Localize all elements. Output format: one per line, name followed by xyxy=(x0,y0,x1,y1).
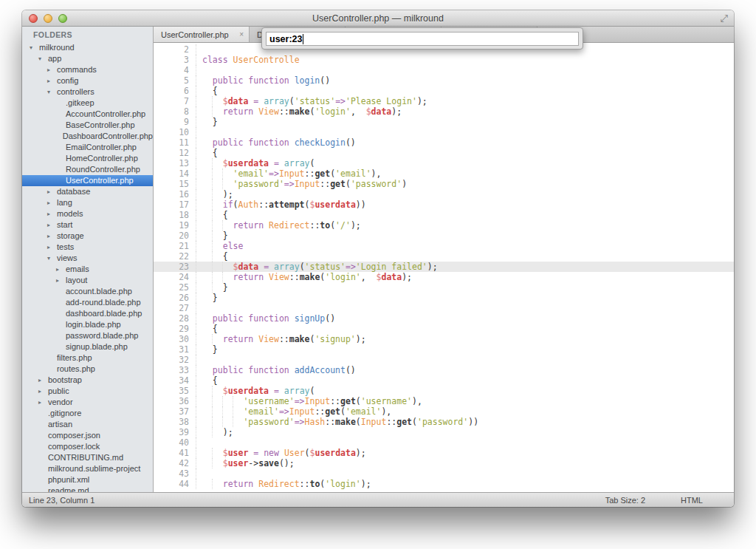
sidebar-folder-milkround[interactable]: ▾milkround xyxy=(22,42,153,53)
sidebar-file-composer.lock[interactable]: composer.lock xyxy=(22,441,153,452)
code-line[interactable]: 30 return View::make('signup'); xyxy=(154,334,734,344)
fullscreen-icon[interactable]: ⤢ xyxy=(721,13,728,24)
disclosure-triangle-icon[interactable]: ▸ xyxy=(47,219,57,231)
code-line[interactable]: 5 public function login() xyxy=(154,75,734,86)
code-line[interactable]: 28 public function signUp() xyxy=(154,313,734,324)
code-line[interactable]: 15 'password'=>Input::get('password') xyxy=(154,179,734,189)
code-line-current[interactable]: 23 $data = array('status'=>'Login failed… xyxy=(154,262,734,272)
tab-close-icon[interactable]: × xyxy=(239,30,244,38)
code-line[interactable]: 7 $data = array('status'=>'Please Login'… xyxy=(154,96,734,106)
code-line[interactable]: 16 ); xyxy=(154,189,734,200)
code-line[interactable]: 27 xyxy=(154,303,734,313)
sidebar-folder-app[interactable]: ▾app xyxy=(22,53,153,64)
sidebar-folder-storage[interactable]: ▸storage xyxy=(22,231,153,242)
code-line[interactable]: 24 return View::make('login', $data); xyxy=(154,272,734,282)
disclosure-triangle-icon[interactable]: ▸ xyxy=(38,375,48,386)
sidebar-file-password.blade.php[interactable]: password.blade.php xyxy=(22,330,153,341)
sidebar-folder-config[interactable]: ▸config xyxy=(22,75,153,86)
sidebar-folder-controllers[interactable]: ▾controllers xyxy=(22,86,153,98)
sidebar-folder-commands[interactable]: ▸commands xyxy=(22,64,153,75)
sidebar-folder-database[interactable]: ▸database xyxy=(22,186,153,197)
code-line[interactable]: 12 { xyxy=(154,148,734,158)
code-line[interactable]: 37 'email'=>Input::get('email'), xyxy=(154,406,734,417)
tab-UserController.php[interactable]: UserController.php× xyxy=(154,27,250,42)
goto-anything-input[interactable]: user:23 xyxy=(266,32,579,46)
sidebar-folder-vendor[interactable]: ▸vendor xyxy=(22,397,153,408)
sidebar-file-composer.json[interactable]: composer.json xyxy=(22,430,153,441)
code-line[interactable]: 8 return View::make('login', $data); xyxy=(154,106,734,117)
sidebar-file-account.blade.php[interactable]: account.blade.php xyxy=(22,286,153,297)
disclosure-triangle-icon[interactable]: ▸ xyxy=(47,75,57,86)
disclosure-triangle-icon[interactable]: ▾ xyxy=(38,53,48,64)
code-line[interactable]: 43 xyxy=(154,468,734,479)
code-line[interactable]: 38 'password'=>Hash::make(Input::get('pa… xyxy=(154,417,734,427)
code-line[interactable]: 31 } xyxy=(154,344,734,355)
disclosure-triangle-icon[interactable]: ▸ xyxy=(38,386,48,397)
close-window-button[interactable] xyxy=(29,14,38,23)
code-line[interactable]: 44 return Redirect::to('login'); xyxy=(154,479,734,489)
disclosure-triangle-icon[interactable]: ▸ xyxy=(47,64,57,75)
sidebar-folder-models[interactable]: ▸models xyxy=(22,208,153,219)
sidebar-file-login.blade.php[interactable]: login.blade.php xyxy=(22,319,153,330)
code-line[interactable]: 20 } xyxy=(154,231,734,241)
sidebar-file-HomeController.php[interactable]: HomeController.php xyxy=(22,153,153,164)
sidebar-file-.gitignore[interactable]: .gitignore xyxy=(22,408,153,419)
sidebar-file-UserController.php[interactable]: UserController.php xyxy=(22,175,153,186)
title-bar[interactable]: UserController.php — milkround ⤢ xyxy=(22,10,734,27)
minimize-window-button[interactable] xyxy=(44,14,52,23)
sidebar-file-artisan[interactable]: artisan xyxy=(22,419,153,430)
code-line[interactable]: 6 { xyxy=(154,86,734,96)
disclosure-triangle-icon[interactable]: ▸ xyxy=(47,186,57,197)
code-line[interactable]: 11 public function checkLogin() xyxy=(154,137,734,148)
syntax-mode-status[interactable]: HTML xyxy=(681,496,703,505)
code-line[interactable]: 22 { xyxy=(154,251,734,262)
code-line[interactable]: 25 } xyxy=(154,282,734,293)
sidebar-folder-emails[interactable]: ▸emails xyxy=(22,264,153,275)
disclosure-triangle-icon[interactable]: ▸ xyxy=(47,242,57,253)
code-line[interactable]: 4 xyxy=(154,65,734,75)
code-line[interactable]: 42 $user->save(); xyxy=(154,458,734,468)
disclosure-triangle-icon[interactable]: ▸ xyxy=(47,197,57,208)
code-line[interactable]: 40 xyxy=(154,437,734,448)
sidebar-file-add-round.blade.php[interactable]: add-round.blade.php xyxy=(22,297,153,308)
sidebar-folder-tests[interactable]: ▸tests xyxy=(22,242,153,253)
sidebar-file-AccountController.php[interactable]: AccountController.php xyxy=(22,109,153,120)
disclosure-triangle-icon[interactable]: ▸ xyxy=(47,208,57,219)
code-editor[interactable]: 23class UserControlle45 public function … xyxy=(154,43,734,492)
disclosure-triangle-icon[interactable]: ▾ xyxy=(47,86,57,98)
code-line[interactable]: 29 { xyxy=(154,324,734,334)
code-line[interactable]: 10 xyxy=(154,127,734,137)
sidebar-file-readme.md[interactable]: readme.md xyxy=(22,485,153,492)
sidebar-file-EmailController.php[interactable]: EmailController.php xyxy=(22,142,153,153)
code-line[interactable]: 9 } xyxy=(154,117,734,127)
sidebar-folder-public[interactable]: ▸public xyxy=(22,386,153,397)
tab-size-status[interactable]: Tab Size: 2 xyxy=(605,496,645,505)
zoom-window-button[interactable] xyxy=(58,14,67,23)
disclosure-triangle-icon[interactable]: ▾ xyxy=(47,253,57,264)
sidebar-folder-start[interactable]: ▸start xyxy=(22,219,153,231)
sidebar-file-BaseController.php[interactable]: BaseController.php xyxy=(22,120,153,131)
sidebar-folder-layout[interactable]: ▸layout xyxy=(22,275,153,286)
code-line[interactable]: 32 xyxy=(154,355,734,365)
sidebar-file-DashboardController.php[interactable]: DashboardController.php xyxy=(22,131,153,142)
sidebar-file-.gitkeep[interactable]: .gitkeep xyxy=(22,98,153,109)
disclosure-triangle-icon[interactable]: ▸ xyxy=(38,397,48,408)
sidebar-file-phpunit.xml[interactable]: phpunit.xml xyxy=(22,474,153,485)
code-line[interactable]: 34 { xyxy=(154,375,734,386)
code-line[interactable]: 33 public function addAccount() xyxy=(154,365,734,375)
code-line[interactable]: 36 'username'=>Input::get('username'), xyxy=(154,396,734,406)
code-line[interactable]: 19 return Redirect::to('/'); xyxy=(154,220,734,231)
disclosure-triangle-icon[interactable]: ▾ xyxy=(30,42,39,53)
disclosure-triangle-icon[interactable]: ▸ xyxy=(47,231,57,242)
sidebar-file-RoundController.php[interactable]: RoundController.php xyxy=(22,164,153,175)
code-line[interactable]: 39 ); xyxy=(154,427,734,437)
code-line[interactable]: 41 $user = new User($userdata); xyxy=(154,448,734,458)
disclosure-triangle-icon[interactable]: ▸ xyxy=(56,275,66,286)
sidebar-file-routes.php[interactable]: routes.php xyxy=(22,364,153,375)
code-line[interactable]: 14 'email'=>Input::get('email'), xyxy=(154,168,734,179)
sidebar-file-signup.blade.php[interactable]: signup.blade.php xyxy=(22,341,153,352)
sidebar-folder-bootstrap[interactable]: ▸bootstrap xyxy=(22,375,153,386)
sidebar-folder-views[interactable]: ▾views xyxy=(22,253,153,264)
code-line[interactable]: 21 else xyxy=(154,241,734,251)
code-line[interactable]: 3class UserControlle xyxy=(154,55,734,65)
